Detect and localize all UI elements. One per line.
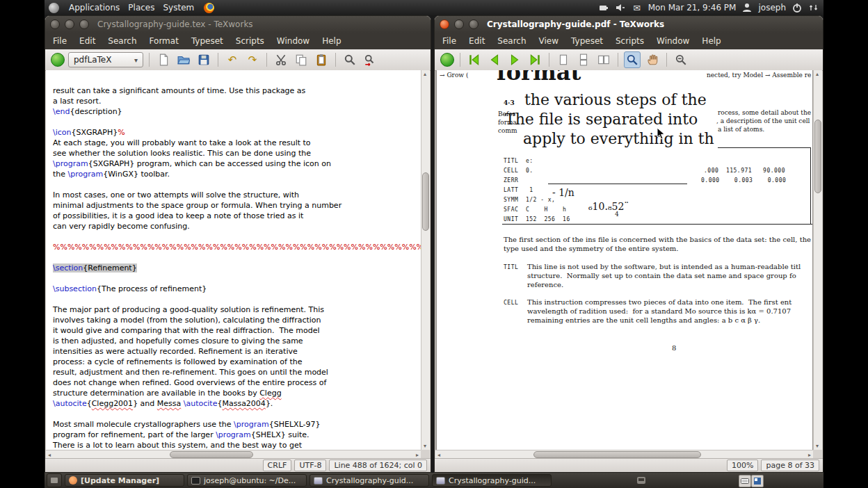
typeset-run-button[interactable] xyxy=(440,53,454,67)
menu-item[interactable]: Edit xyxy=(73,33,102,49)
editor-line[interactable]: \subsection{The process of refinement} xyxy=(53,284,421,294)
maximize-button[interactable] xyxy=(469,19,479,29)
replace-button[interactable] xyxy=(362,51,378,68)
editor-textarea[interactable]: result can take a significant amounts of… xyxy=(46,70,421,450)
pdf-vertical-scrollbar[interactable]: ▴ ▾ xyxy=(813,70,822,450)
menu-item[interactable]: Window xyxy=(650,33,696,49)
editor-line[interactable]: At each stage, you will probably want to… xyxy=(53,138,421,148)
zoom-level-indicator[interactable]: 100% xyxy=(727,459,758,471)
menu-item[interactable]: File xyxy=(47,33,73,49)
ubuntu-logo-icon[interactable] xyxy=(49,3,59,13)
editor-line[interactable] xyxy=(53,117,421,127)
editor-line[interactable]: %%%%%%%%%%%%%%%%%%%%%%%%%%%%%%%%%%%%%%%%… xyxy=(53,242,421,252)
pdf-view-area[interactable]: → Grow (formatnected, try Model → Assemb… xyxy=(435,70,813,450)
editor-line[interactable] xyxy=(53,409,421,419)
close-button[interactable] xyxy=(50,19,60,29)
editor-line[interactable]: does not change when refined. Good overv… xyxy=(53,377,421,388)
editor-line[interactable] xyxy=(53,273,421,284)
first-page-button[interactable] xyxy=(466,51,483,68)
editor-line[interactable]: result, adjustment and then re-refinemen… xyxy=(53,367,421,377)
encoding-indicator[interactable]: UTF-8 xyxy=(294,459,326,471)
editor-line[interactable]: In most cases, one or two attempts will … xyxy=(53,190,421,200)
scrollbar-thumb[interactable] xyxy=(170,451,254,458)
cut-button[interactable] xyxy=(273,51,289,68)
editor-line[interactable]: the \program{WinGX} toolbar. xyxy=(53,169,421,179)
editor-line[interactable]: \icon{SXGRAPH}% xyxy=(53,127,421,138)
editor-vertical-scrollbar[interactable]: ▴ ▾ xyxy=(421,70,430,450)
editor-line[interactable]: it would give and comparing that with th… xyxy=(53,325,421,336)
firefox-icon[interactable] xyxy=(204,3,214,13)
menu-item[interactable]: Help xyxy=(696,33,727,49)
menu-item[interactable]: Search xyxy=(102,33,143,49)
minimize-button[interactable] xyxy=(65,19,74,29)
editor-line[interactable]: can very rapidly become confusing. xyxy=(53,221,421,231)
open-button[interactable] xyxy=(175,51,192,68)
maximize-button[interactable] xyxy=(79,19,89,29)
scrollbar-thumb[interactable] xyxy=(422,172,429,231)
line-ending-indicator[interactable]: CRLF xyxy=(263,459,292,471)
minimize-button[interactable] xyxy=(454,19,464,29)
editor-line[interactable] xyxy=(53,252,421,263)
last-page-button[interactable] xyxy=(527,51,543,68)
editor-line[interactable]: \section{Refinement} xyxy=(53,263,421,273)
taskbar-item[interactable]: Crystallography-guid... xyxy=(432,474,552,487)
hand-tool-button[interactable] xyxy=(644,51,661,68)
typeset-run-button[interactable] xyxy=(51,53,65,67)
continuous-view-button[interactable] xyxy=(575,51,592,68)
editor-line[interactable]: a last resort. xyxy=(53,96,421,106)
zoom-fit-button[interactable] xyxy=(673,51,689,68)
new-document-button[interactable] xyxy=(155,51,172,68)
keyboard-indicator-icon[interactable] xyxy=(739,475,751,487)
pdf-titlebar[interactable]: Crystallography-guide.pdf - TeXworks xyxy=(435,16,823,33)
save-button[interactable] xyxy=(195,51,212,68)
menu-item[interactable]: Scripts xyxy=(230,33,271,49)
menu-item[interactable]: View xyxy=(533,33,565,49)
battery-icon[interactable] xyxy=(598,2,609,13)
taskbar-item[interactable]: joseph@ubuntu: ~/De... xyxy=(187,474,307,487)
menu-item[interactable]: Edit xyxy=(463,33,491,49)
editor-line[interactable]: is then adjusted, and hopefully comes cl… xyxy=(53,336,421,346)
text-direction-icon[interactable] xyxy=(808,2,819,13)
paste-button[interactable] xyxy=(313,51,330,68)
editor-line[interactable]: involves taking a model (from the soluti… xyxy=(53,315,421,325)
menu-item[interactable]: Typeset xyxy=(565,33,609,49)
previous-page-button[interactable] xyxy=(486,51,503,68)
find-button[interactable] xyxy=(341,51,358,68)
undo-button[interactable]: ↶ xyxy=(224,51,241,68)
redo-button[interactable]: ↷ xyxy=(244,51,261,68)
editor-line[interactable]: see whether the solution looks realistic… xyxy=(53,148,421,158)
page-indicator[interactable]: page 8 of 33 xyxy=(761,459,819,471)
taskbar-item[interactable]: [Update Manager] xyxy=(65,474,184,487)
editor-line[interactable]: result can take a significant amounts of… xyxy=(53,86,421,96)
magnify-tool-button[interactable] xyxy=(624,51,641,68)
next-page-button[interactable] xyxy=(506,51,523,68)
two-page-view-button[interactable] xyxy=(595,51,612,68)
scroll-down-icon[interactable]: ▾ xyxy=(424,442,426,450)
editor-line[interactable]: \program{SXGRAPH} program, which can be … xyxy=(53,158,421,169)
editor-line[interactable] xyxy=(53,294,421,304)
editor-line[interactable]: Most small molecule crystallographers us… xyxy=(53,419,421,430)
scrollbar-thumb[interactable] xyxy=(814,120,821,193)
panel-menu-item[interactable]: Places xyxy=(124,0,159,15)
editor-line[interactable] xyxy=(53,231,421,242)
editor-titlebar[interactable]: Crystallography-guide.tex - TeXworks xyxy=(45,16,431,33)
panel-menu-item[interactable]: Applications xyxy=(65,0,124,15)
scrollbar-thumb[interactable] xyxy=(533,451,701,458)
editor-line[interactable]: minimal adjustments to the space group o… xyxy=(53,200,421,211)
editor-line[interactable]: structure determination are available in… xyxy=(53,388,421,398)
tray-applet-icon[interactable] xyxy=(636,475,647,486)
pdf-page[interactable]: → Grow (formatnected, try Model → Assemb… xyxy=(437,70,812,450)
menu-item[interactable]: Window xyxy=(271,33,316,49)
typeset-engine-select[interactable]: pdfLaTeX ▾ xyxy=(68,52,143,67)
close-button[interactable] xyxy=(440,19,449,29)
menu-item[interactable]: Scripts xyxy=(609,33,650,49)
editor-line[interactable]: \autocite{Clegg2001} and Messa \autocite… xyxy=(53,398,421,409)
menu-item[interactable]: Format xyxy=(143,33,185,49)
editor-line[interactable]: There is a lot to learn about this syste… xyxy=(53,440,421,450)
menu-item[interactable]: Help xyxy=(316,33,347,49)
window-selector-button[interactable] xyxy=(47,473,62,487)
editor-line[interactable]: intensities as were actually recorded. R… xyxy=(53,346,421,357)
taskbar-item[interactable]: Crystallography-guid... xyxy=(310,474,429,487)
scroll-up-icon[interactable]: ▴ xyxy=(816,70,819,78)
mail-icon[interactable]: ✉ xyxy=(632,2,643,13)
